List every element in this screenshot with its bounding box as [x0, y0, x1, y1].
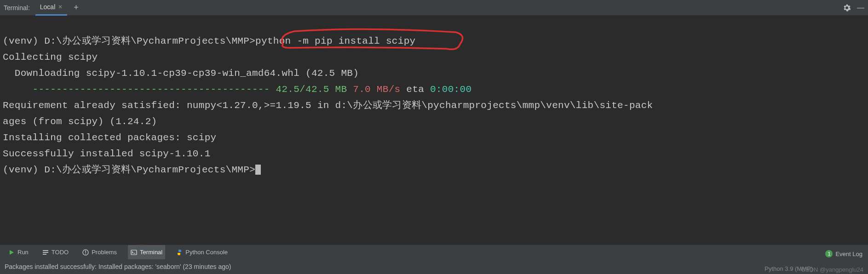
terminal-top-bar: Terminal: Local ✕ + — [0, 0, 868, 16]
hide-icon[interactable]: — [857, 4, 864, 12]
terminal-tab-local[interactable]: Local ✕ [35, 0, 67, 16]
todo-icon [42, 249, 49, 256]
tool-label: Python Console [185, 249, 228, 256]
svg-rect-7 [133, 253, 135, 253]
python-icon [176, 249, 183, 256]
svg-rect-4 [85, 251, 86, 253]
output-line: Installing collected packages: scipy [3, 130, 865, 146]
run-tool-button[interactable]: Run [6, 245, 31, 259]
tool-label: Problems [92, 249, 117, 256]
tool-label: Run [17, 249, 29, 256]
svg-rect-6 [131, 250, 137, 255]
run-icon [8, 249, 15, 256]
terminal-tool-button[interactable]: Terminal [128, 245, 165, 259]
event-log-label: Event Log [835, 251, 862, 257]
command-text: python -m pip install scipy [255, 36, 415, 46]
status-bar: Packages installed successfully: Install… [0, 259, 868, 274]
problems-icon [82, 249, 89, 256]
svg-rect-2 [43, 254, 46, 255]
output-line: Collecting scipy [3, 49, 865, 65]
output-line: Requirement already satisfied: numpy<1.2… [3, 97, 865, 114]
terminal-label: Terminal: [4, 4, 30, 11]
gear-icon[interactable] [843, 4, 851, 11]
output-line: Downloading scipy-1.10.1-cp39-cp39-win_a… [3, 65, 865, 81]
terminal-icon [131, 249, 137, 256]
tool-label: Terminal [140, 249, 162, 256]
problems-tool-button[interactable]: Problems [80, 245, 120, 259]
new-tab-button[interactable]: + [74, 3, 79, 12]
cursor [255, 165, 261, 175]
output-line: ages (from scipy) (1.24.2) [3, 114, 865, 130]
todo-tool-button[interactable]: TODO [40, 245, 71, 259]
terminal-output[interactable]: (venv) D:\办公或学习资料\PycharmProjects\MMP>py… [0, 16, 868, 201]
svg-rect-5 [85, 253, 86, 254]
prompt: (venv) D:\办公或学习资料\PycharmProjects\MMP> [3, 165, 255, 175]
python-console-tool-button[interactable]: Python Console [173, 245, 230, 259]
output-line: ----------------------------------------… [3, 81, 865, 97]
output-line: Successfully installed scipy-1.10.1 [3, 146, 865, 162]
bottom-toolbar: Run TODO Problems Terminal Python Consol… [0, 245, 868, 259]
event-log-button[interactable]: 1 Event Log [825, 250, 862, 257]
notification-badge: 1 [825, 250, 833, 257]
tab-label: Local [40, 3, 55, 11]
svg-rect-1 [43, 252, 48, 253]
prompt: (venv) D:\办公或学习资料\PycharmProjects\MMP> [3, 36, 255, 46]
svg-rect-0 [43, 250, 48, 251]
status-message: Packages installed successfully: Install… [5, 263, 231, 270]
close-icon[interactable]: ✕ [58, 4, 63, 10]
tool-label: TODO [52, 249, 69, 256]
watermark: CSDN @yangpenglu24 [801, 266, 863, 273]
